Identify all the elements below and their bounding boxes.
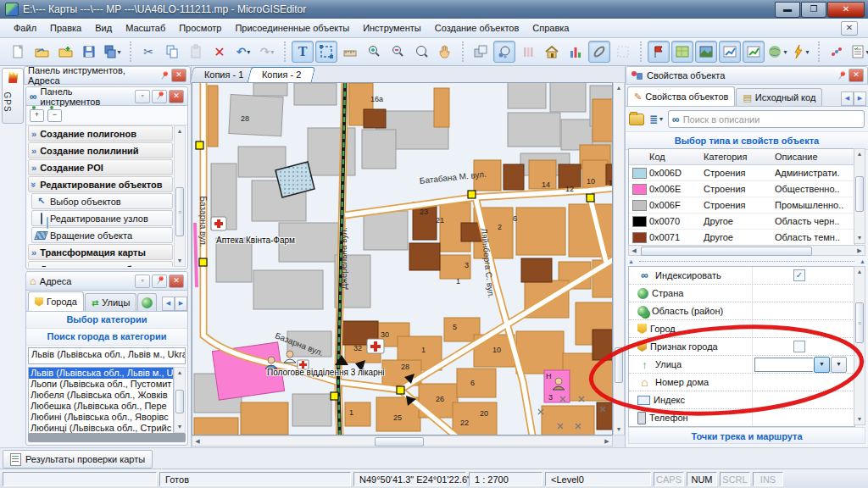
menu-item-0[interactable]: Файл xyxy=(7,20,43,36)
bars-button[interactable] xyxy=(517,41,539,63)
property-row-1[interactable]: Страна xyxy=(629,285,854,302)
close-button[interactable]: ✕ xyxy=(827,2,865,18)
menu-item-7[interactable]: Создание объектов xyxy=(428,20,526,36)
col-header-2[interactable]: Описание xyxy=(775,152,854,162)
street-combo[interactable]: ▼▼ xyxy=(754,357,847,372)
scroll-thumb[interactable] xyxy=(615,347,623,383)
menu-item-6[interactable]: Инструменты xyxy=(356,20,428,36)
lightning-button[interactable]: ▾ xyxy=(790,41,812,63)
undo-button[interactable]: ↶▾ xyxy=(232,41,254,63)
property-row-6[interactable]: Номер дома xyxy=(629,374,854,391)
table-row-1[interactable]: 0x006EСтроенияОбщественно.. xyxy=(629,181,854,197)
property-row-7[interactable]: Индекс xyxy=(629,391,854,409)
property-row-0[interactable]: Индексировать✓ xyxy=(629,267,854,285)
cut-button[interactable]: ✂ xyxy=(137,41,159,63)
gps-tab[interactable]: GPS xyxy=(2,68,24,124)
map-check-results-button[interactable]: Результаты проверки карты xyxy=(3,450,153,469)
scroll-left-icon[interactable]: ◀ xyxy=(629,246,639,255)
scroll-right-icon[interactable]: ▶ xyxy=(854,246,865,255)
section-4[interactable]: »Трансформация карты xyxy=(28,244,173,260)
description-search-box[interactable]: ∞ Поиск в описании xyxy=(668,110,865,128)
scroll-down-icon[interactable]: ▼ xyxy=(175,256,185,266)
attach-button[interactable] xyxy=(588,41,610,63)
tab-source-code[interactable]: ▤ Исходный код xyxy=(736,88,822,106)
scroll-thumb[interactable] xyxy=(375,437,424,446)
scroll-down-icon[interactable]: ▼ xyxy=(614,424,624,435)
save-all-button[interactable]: ▾ xyxy=(102,41,124,63)
image-layer-button[interactable] xyxy=(695,41,717,63)
city-list-item-0[interactable]: Львів (Львівська обл., Львів м., U xyxy=(29,368,173,379)
city-search-input[interactable]: Львів (Львівська обл., Львів м., Ukra xyxy=(28,347,186,364)
section-2[interactable]: »Создание POI xyxy=(28,159,173,175)
windows-button[interactable] xyxy=(470,41,492,63)
expand-all-button[interactable]: + xyxy=(30,109,44,122)
redo-button[interactable]: ↷▾ xyxy=(256,41,278,63)
map-vscrollbar[interactable]: ▲ ▼ xyxy=(613,82,625,435)
property-checkbox[interactable] xyxy=(793,341,805,352)
numbered-list-icon[interactable]: ≣ xyxy=(649,114,658,125)
text-labels-button[interactable]: T xyxy=(292,41,314,63)
menubar-close-icon[interactable]: ✕ xyxy=(841,21,858,36)
menu-item-3[interactable]: Масштаб xyxy=(119,20,172,36)
globe-button[interactable]: ▾ xyxy=(766,41,788,63)
scroll-up-icon[interactable]: ▲ xyxy=(854,267,865,277)
check-results-button[interactable]: ▾ xyxy=(849,41,868,63)
pin-icon[interactable]: 📍 xyxy=(834,69,849,82)
scroll-down-icon[interactable]: ▼ xyxy=(854,233,865,243)
category-link[interactable]: Выбор категории xyxy=(26,312,187,329)
map-hscrollbar[interactable]: ◀ ▶ xyxy=(192,435,613,446)
city-list-item-2[interactable]: Любеля (Львівська обл., Жовків xyxy=(29,390,173,401)
table-hscrollbar[interactable]: ◀ ▶ xyxy=(628,245,865,256)
table-vscrollbar[interactable]: ▲ ▼ xyxy=(854,148,865,244)
zoom-region-button[interactable] xyxy=(410,41,432,63)
new-file-button[interactable] xyxy=(7,41,29,63)
grid-vscrollbar[interactable]: ▲ ≡ ▼ xyxy=(854,266,865,425)
street-input[interactable] xyxy=(754,358,813,372)
tabs-right-icon[interactable]: ▶ xyxy=(854,92,866,106)
tools-minimize-icon[interactable]: ▫ xyxy=(135,90,150,103)
tab-streets[interactable]: ⇄ Улицы xyxy=(85,293,136,311)
menu-item-5[interactable]: Присоединенные объекты xyxy=(228,20,356,36)
tool-button-2[interactable]: Вращение объекта xyxy=(31,227,173,243)
open-file-button[interactable] xyxy=(31,41,53,63)
menu-item-1[interactable]: Правка xyxy=(43,20,88,36)
property-row-5[interactable]: Улица▼▼ xyxy=(629,356,854,374)
menu-item-8[interactable]: Справка xyxy=(526,20,576,36)
scatter-check-button[interactable] xyxy=(826,41,848,63)
minimize-button[interactable]: ▬ xyxy=(775,2,800,18)
scroll-left-icon[interactable]: ◀ xyxy=(192,436,203,446)
restore-button[interactable]: ❐ xyxy=(801,2,826,18)
scroll-up-icon[interactable]: ▲ xyxy=(175,126,185,136)
tools-pin-icon[interactable]: 📍 xyxy=(152,90,167,103)
panel-splitter[interactable]: ▲▲ xyxy=(628,258,865,264)
city-search-link[interactable]: Поиск города в категории xyxy=(26,329,187,346)
tab-object-properties[interactable]: ✎ Свойства объектов xyxy=(627,86,735,106)
tool-button-1[interactable]: Редактирование узлов xyxy=(31,210,173,226)
properties-close-icon[interactable]: ✕ xyxy=(849,69,864,82)
property-row-3[interactable]: Город xyxy=(629,320,854,338)
tabs-left-icon[interactable]: ◀ xyxy=(162,297,175,311)
city-list-item-4[interactable]: Любині (Львівська обл., Яворівс xyxy=(29,412,173,423)
chart-up-blue-button[interactable] xyxy=(719,41,741,63)
addr-minimize-icon[interactable]: ▫ xyxy=(135,274,150,288)
section-3[interactable]: »Редактирование объектов xyxy=(28,176,173,192)
zoom-out-button[interactable] xyxy=(387,41,409,63)
scroll-down-icon[interactable]: ▼ xyxy=(175,422,185,432)
col-header-1[interactable]: Категория xyxy=(704,152,775,162)
scroll-thumb[interactable] xyxy=(855,176,864,212)
selection-frame-button[interactable] xyxy=(315,41,337,63)
scroll-right-icon[interactable]: ▶ xyxy=(602,436,612,446)
tool-button-0[interactable]: ↖Выбор объектов xyxy=(31,193,173,209)
select-rect-button[interactable] xyxy=(612,41,634,63)
scroll-up-icon[interactable]: ▲ xyxy=(614,83,624,93)
property-row-2[interactable]: Область (район) xyxy=(629,302,854,320)
flag-layer-button[interactable] xyxy=(648,41,670,63)
scroll-up-icon[interactable]: ▲ xyxy=(175,368,185,378)
street-dropdown-2[interactable]: ▼ xyxy=(831,357,847,373)
left-panel-close-icon[interactable]: ✕ xyxy=(171,69,186,82)
property-row-8[interactable]: Телефон xyxy=(629,409,854,427)
addr-close-icon[interactable]: ✕ xyxy=(169,274,184,288)
pan-hand-button[interactable] xyxy=(434,41,456,63)
delete-button[interactable]: ✕ xyxy=(209,41,231,63)
collapse-all-button[interactable]: − xyxy=(47,109,62,122)
